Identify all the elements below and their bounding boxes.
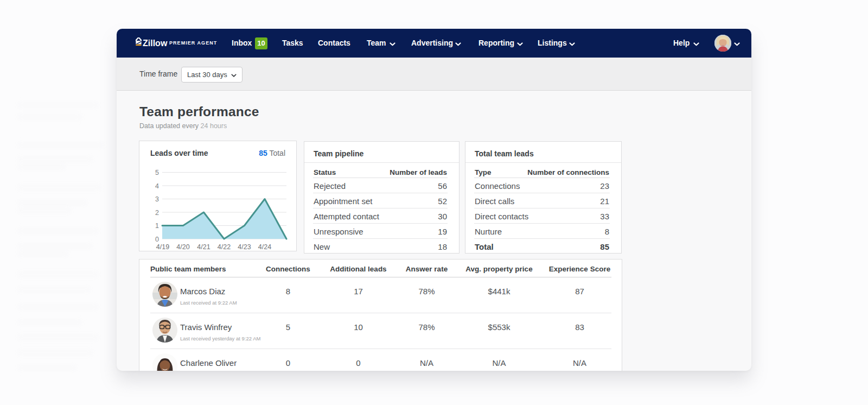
svg-text:4/21: 4/21: [197, 243, 210, 251]
svg-text:4: 4: [155, 182, 159, 190]
svg-text:5: 5: [155, 169, 159, 176]
svg-text:4/19: 4/19: [156, 243, 169, 251]
svg-text:1: 1: [155, 222, 159, 230]
svg-text:4/24: 4/24: [258, 243, 271, 251]
svg-text:0: 0: [155, 236, 159, 243]
svg-text:2: 2: [155, 209, 159, 217]
svg-text:4/20: 4/20: [176, 243, 189, 251]
svg-text:3: 3: [155, 195, 159, 203]
svg-text:4/22: 4/22: [218, 243, 231, 251]
svg-text:4/23: 4/23: [238, 243, 251, 251]
